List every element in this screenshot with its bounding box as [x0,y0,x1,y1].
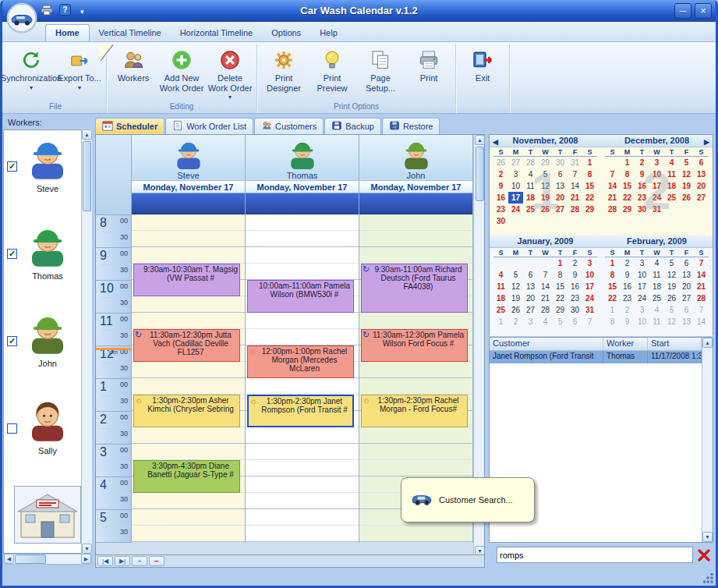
next-month-icon[interactable]: ▶ [704,136,709,148]
delete-work-order-button[interactable]: Delete Work Order▾ [206,45,254,101]
workers-button[interactable]: Workers [109,45,157,97]
calendar-day[interactable]: 5 [553,316,568,328]
calendar-day[interactable]: 11 [649,316,664,328]
calendar-day[interactable]: 13 [523,281,538,292]
calendar-day[interactable]: 20 [523,292,538,304]
calendar-day[interactable]: 30 [568,304,582,316]
remove-button[interactable]: − [149,556,164,566]
calendar-day[interactable]: 26 [493,157,508,168]
calendar-day[interactable]: 13 [694,168,709,180]
workers-vertical-scrollbar[interactable]: ▲ ▼ [81,129,92,554]
column-header-customer[interactable]: Customer [490,338,603,350]
calendar-day[interactable]: 27 [694,192,709,204]
calendar-day[interactable]: 6 [694,157,709,168]
calendar-day[interactable]: 7 [582,316,597,328]
calendar-day[interactable]: 29 [620,204,635,215]
clear-search-icon[interactable] [696,547,712,563]
calendar-day[interactable]: 8 [620,168,635,180]
print-preview-button[interactable]: Print Preview [308,45,356,97]
calendar-day[interactable]: 8 [582,168,597,180]
calendar-day[interactable]: 4 [649,257,664,269]
calendar-day[interactable]: 8 [553,269,568,281]
calendar-day[interactable]: 22 [553,292,568,304]
synchronization-button[interactable]: Synchronization▾ [7,45,55,97]
calendar-day[interactable]: 17 [582,281,597,292]
scroll-down-icon[interactable]: ▼ [475,546,485,555]
appointment[interactable]: ↻11:30am-12:30pm Jutta Vach (Cadillac De… [133,329,240,362]
add-new-work-order-button[interactable]: Add New Work Order [157,45,206,97]
calendar-day[interactable]: 24 [649,192,664,204]
calendar-day[interactable]: 15 [605,281,620,292]
calendar-day[interactable]: 19 [508,292,523,304]
calendar-day[interactable]: 16 [493,192,508,204]
calendar-day[interactable]: 3 [508,168,523,180]
resize-grip[interactable] [703,573,713,583]
calendar-day[interactable]: 3 [582,257,597,269]
calendar-day[interactable]: 26 [538,204,553,215]
tab-work-order-list[interactable]: Work Order List [165,118,253,134]
calendar-day[interactable]: 10 [635,269,649,281]
calendar-day[interactable]: 12 [679,168,694,180]
last-day-button[interactable]: ▶| [115,556,130,566]
appointment[interactable]: 10:00am-11:00am Pamela Wilson (BMW530i # [247,280,354,313]
calendar-day[interactable]: 9 [635,168,649,180]
worker-item-sally[interactable]: Sally [4,392,91,480]
calendar-day[interactable]: 5 [508,269,523,281]
calendar-day[interactable]: 10 [635,316,649,328]
calendar-day[interactable]: 25 [493,304,508,316]
tab-options[interactable]: Options [262,25,310,41]
appointment[interactable]: 9:30am-10:30am T. Magsig (VW Passat # [133,264,240,296]
scroll-up-icon[interactable]: ▲ [475,135,485,145]
calendar-day[interactable]: 11 [523,180,538,192]
calendar-day[interactable]: 25 [664,192,679,204]
calendar-day[interactable]: 14 [568,180,582,192]
calendar-day[interactable]: 30 [635,204,649,215]
scroll-up-icon[interactable]: ▲ [702,338,713,348]
calendar-day[interactable]: 23 [635,192,649,204]
calendar-day[interactable]: 29 [582,204,597,215]
calendar-day[interactable]: 9 [568,269,582,281]
calendar-day[interactable]: 7 [568,168,582,180]
calendar-day[interactable]: 20 [553,192,568,204]
calendar-day[interactable]: 3 [635,304,649,316]
tab-vertical-timeline[interactable]: Vertical Timeline [90,25,171,41]
calendar-day[interactable]: 7 [694,257,709,269]
calendar-day[interactable]: 26 [679,192,694,204]
calendar-day[interactable]: 2 [493,168,508,180]
calendar-day[interactable]: 20 [679,281,694,292]
calendar-day[interactable]: 16 [635,180,649,192]
column-header-worker[interactable]: Worker [603,338,648,350]
appointment[interactable]: ☼12:00pm-1:00pm Rachel Morgan (Mercedes … [247,345,354,378]
tab-help[interactable]: Help [310,25,347,41]
calendar-day[interactable]: 27 [523,304,538,316]
calendar-day[interactable]: 3 [649,157,664,168]
calendar-day[interactable]: 22 [582,192,597,204]
scroll-down-icon[interactable]: ▼ [82,544,92,554]
appointment[interactable]: ☼1:30pm-2:30pm Janet Rompson (Ford Trans… [247,395,354,427]
calendar-day[interactable]: 25 [523,204,538,215]
calendar-day[interactable]: 3 [523,316,538,328]
calendar-day[interactable]: 9 [620,269,635,281]
calendar-day[interactable]: 5 [664,304,679,316]
calendar-day[interactable]: 14 [605,180,620,192]
calendar-day[interactable]: 5 [538,168,553,180]
appointment[interactable]: ☼1:30pm-2:30pm Asher Kimchi (Chrysler Se… [133,395,240,427]
calendar-day[interactable]: 30 [553,157,568,168]
export-to-button[interactable]: Export To...▾ [55,45,104,97]
calendar-day[interactable]: 18 [493,292,508,304]
scrollbar-thumb[interactable] [83,141,91,211]
appointment[interactable]: ☼1:30pm-2:30pm Rachel Morgan - Ford Focu… [361,395,468,427]
calendar-day[interactable]: 6 [568,316,582,328]
quick-print-icon[interactable] [41,5,53,19]
calendar-day[interactable]: 1 [493,316,508,328]
calendar-day[interactable]: 10 [508,180,523,192]
calendar-day[interactable]: 24 [508,204,523,215]
calendar-day[interactable]: 26 [508,304,523,316]
calendar-day[interactable]: 14 [694,269,709,281]
calendar-day[interactable]: 21 [568,192,582,204]
calendar-day[interactable]: 18 [664,180,679,192]
calendar-day[interactable]: 14 [538,281,553,292]
exit-button[interactable]: Exit [458,45,507,97]
calendar-day[interactable]: 12 [664,269,679,281]
calendar-day[interactable]: 23 [493,204,508,215]
